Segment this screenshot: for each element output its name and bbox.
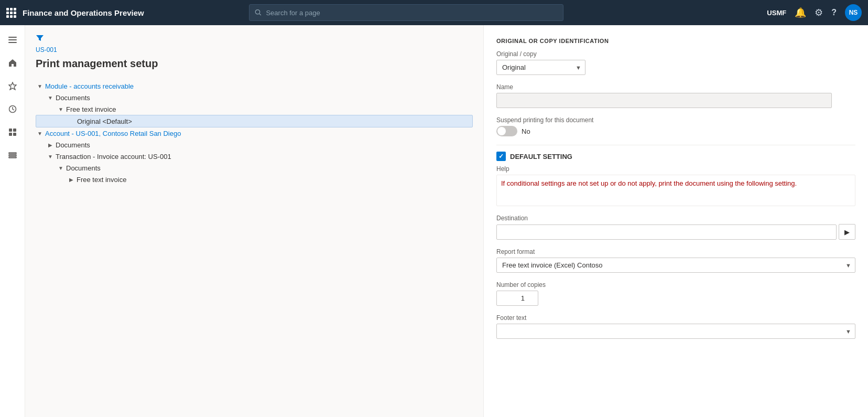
page-title: Print management setup: [36, 58, 473, 70]
tree-arrow-icon: [57, 164, 65, 172]
app-title: Finance and Operations Preview: [23, 8, 144, 17]
tree-arrow-icon: [46, 152, 55, 161]
default-setting-checkbox[interactable]: [496, 152, 506, 161]
bell-icon[interactable]: 🔔: [795, 7, 806, 18]
breadcrumb: US-001: [36, 46, 473, 54]
svg-rect-11: [9, 153, 16, 154]
suspend-toggle-group: No: [496, 126, 855, 136]
tree-arrow-icon: [46, 93, 55, 102]
name-label: Name: [496, 83, 855, 91]
svg-rect-7: [9, 129, 12, 132]
form-panel: ORIGINAL OR COPY IDENTIFICATION Original…: [484, 25, 868, 417]
tree-item-label: Documents: [56, 94, 90, 102]
footer-text-group: Footer text ▼: [496, 314, 855, 339]
tree-container: Module - accounts receivableDocumentsFre…: [36, 80, 473, 185]
help-text: If conditional settings are not set up o…: [501, 179, 797, 187]
tree-arrow-icon: [57, 105, 65, 113]
tree-item-label: Account - US-001, Contoso Retail San Die…: [45, 130, 181, 137]
tree-item-label: Documents: [56, 141, 90, 149]
sidebar-item-modules[interactable]: [2, 145, 23, 166]
report-format-label: Report format: [496, 248, 855, 255]
search-bar: [249, 4, 563, 21]
tree-item-label: Free text invoice: [77, 176, 126, 184]
tree-arrow-icon: [67, 175, 75, 184]
number-copies-label: Number of copies: [496, 281, 855, 288]
tree-item-label: Transaction - Invoice account: US-001: [56, 153, 171, 161]
search-icon: [255, 9, 262, 16]
destination-label: Destination: [496, 215, 855, 222]
suspend-group: Suspend printing for this document No: [496, 116, 855, 136]
tree-item[interactable]: Transaction - Invoice account: US-001: [36, 151, 473, 162]
tree-item-label: Original <Default>: [77, 117, 132, 125]
tree-item-label: Module - accounts receivable: [45, 82, 134, 90]
tree-arrow-icon: [36, 82, 44, 90]
help-icon[interactable]: ?: [831, 8, 837, 17]
default-setting-label: DEFAULT SETTING: [510, 153, 572, 161]
sidebar-item-workspaces[interactable]: [2, 122, 23, 143]
sidebar-item-recent[interactable]: [2, 99, 23, 120]
suspend-text: No: [522, 127, 530, 135]
avatar[interactable]: NS: [845, 4, 862, 21]
destination-group: Destination <Default> ▶: [496, 215, 855, 240]
number-copies-group: Number of copies 1: [496, 281, 855, 306]
tree-panel: US-001 Print management setup Module - a…: [25, 25, 484, 417]
svg-rect-3: [8, 39, 17, 40]
filter-icon[interactable]: [36, 34, 44, 44]
original-copy-group: Original / copy Original Copy ▼: [496, 50, 855, 75]
default-setting-group: DEFAULT SETTING: [496, 152, 855, 161]
tree-arrow-icon: [36, 129, 44, 137]
name-input[interactable]: Original: [496, 93, 832, 108]
sidebar-item-favorites[interactable]: [2, 76, 23, 97]
tree-arrow-icon: [46, 141, 55, 149]
help-label: Help: [496, 165, 855, 173]
gear-icon[interactable]: ⚙: [815, 7, 823, 18]
tree-item[interactable]: Documents: [36, 139, 473, 151]
tree-item-label: Documents: [66, 164, 101, 172]
number-copies-input[interactable]: 1: [496, 291, 538, 306]
footer-text-select[interactable]: [496, 324, 855, 339]
sidebar-item-home[interactable]: [2, 52, 23, 73]
svg-rect-12: [9, 155, 16, 156]
main-content: US-001 Print management setup Module - a…: [25, 25, 868, 417]
svg-rect-8: [13, 129, 16, 132]
original-copy-dropdown-wrapper: Original Copy ▼: [496, 60, 585, 75]
report-format-group: Report format Free text invoice (Excel) …: [496, 248, 855, 273]
suspend-toggle[interactable]: [496, 126, 517, 136]
section-title: ORIGINAL OR COPY IDENTIFICATION: [496, 38, 855, 44]
destination-input[interactable]: <Default>: [496, 224, 837, 240]
tree-item-label: Free text invoice: [66, 105, 116, 113]
footer-text-dropdown-wrapper: ▼: [496, 324, 855, 339]
original-copy-select[interactable]: Original Copy: [496, 60, 585, 75]
svg-rect-10: [13, 133, 16, 136]
suspend-label: Suspend printing for this document: [496, 116, 855, 124]
left-sidebar: [0, 25, 25, 417]
divider-1: [496, 145, 855, 145]
svg-point-0: [255, 10, 259, 14]
apps-icon[interactable]: [6, 8, 16, 18]
search-input[interactable]: [266, 9, 558, 17]
tree-item[interactable]: Free text invoice: [36, 103, 473, 115]
tree-item[interactable]: Original <Default>: [36, 115, 473, 127]
original-copy-label: Original / copy: [496, 50, 855, 58]
nav-icons: USMF 🔔 ⚙ ? NS: [767, 4, 862, 21]
svg-marker-5: [9, 82, 16, 90]
help-group: Help If conditional settings are not set…: [496, 165, 855, 206]
destination-arrow-button[interactable]: ▶: [839, 224, 855, 240]
svg-line-1: [259, 14, 261, 15]
tree-item[interactable]: Account - US-001, Contoso Retail San Die…: [36, 127, 473, 139]
help-content: If conditional settings are not set up o…: [496, 175, 855, 206]
tree-item[interactable]: Documents: [36, 92, 473, 103]
tree-item[interactable]: Documents: [36, 162, 473, 174]
footer-text-label: Footer text: [496, 314, 855, 322]
tree-item[interactable]: Free text invoice: [36, 174, 473, 185]
top-nav: Finance and Operations Preview USMF 🔔 ⚙ …: [0, 0, 868, 25]
svg-rect-9: [9, 133, 12, 136]
name-group: Name Original: [496, 83, 855, 108]
svg-rect-2: [8, 37, 17, 38]
svg-rect-4: [8, 42, 17, 43]
sidebar-item-hamburger[interactable]: [2, 29, 23, 50]
company-label: USMF: [767, 9, 786, 17]
report-format-select[interactable]: Free text invoice (Excel) Contoso: [496, 258, 855, 273]
report-format-dropdown-wrapper: Free text invoice (Excel) Contoso ▼: [496, 258, 855, 273]
tree-item[interactable]: Module - accounts receivable: [36, 80, 473, 92]
